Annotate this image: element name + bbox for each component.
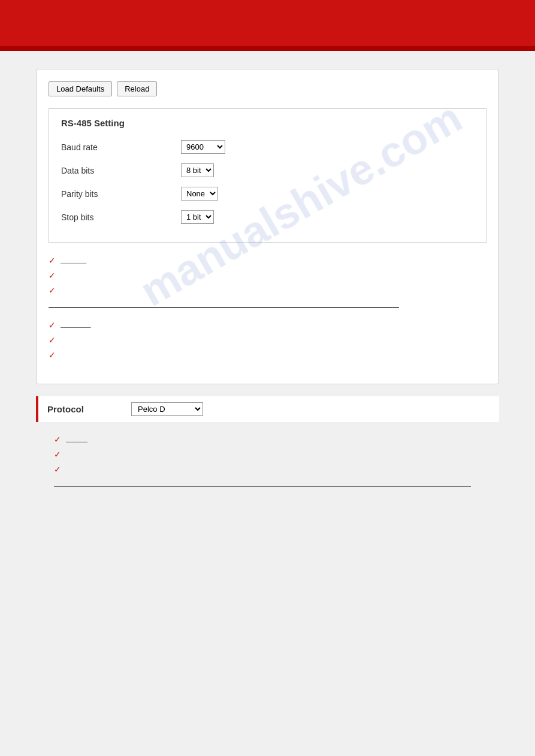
protocol-select[interactable]: Pelco D Pelco P Samsung Lilin Fastrax II — [131, 402, 203, 416]
check-text-7 — [66, 434, 87, 443]
baud-rate-select[interactable]: 1200 2400 4800 9600 19200 38400 57600 11… — [181, 140, 225, 154]
check-text-1 — [61, 255, 86, 264]
check-text-3 — [61, 285, 63, 294]
parity-bits-row: Parity bits None Odd Even — [61, 187, 474, 201]
main-content: Load Defaults Reload RS-485 Setting Baud… — [0, 51, 535, 517]
checklist-group2: ✓ ✓ ✓ — [49, 320, 486, 360]
list-item: ✓ — [54, 434, 499, 444]
check-icon-2: ✓ — [49, 271, 56, 280]
checklist-group1: ✓ ✓ ✓ — [49, 255, 486, 295]
baud-rate-row: Baud rate 1200 2400 4800 9600 19200 3840… — [61, 140, 474, 154]
list-item: ✓ — [49, 255, 486, 265]
check-text-2 — [61, 270, 63, 279]
check-icon-7: ✓ — [54, 435, 61, 444]
reload-button[interactable]: Reload — [117, 81, 157, 96]
list-item: ✓ — [54, 464, 499, 474]
data-bits-control: 7 bit 8 bit — [181, 163, 214, 177]
list-item: ✓ — [54, 449, 499, 459]
data-bits-select[interactable]: 7 bit 8 bit — [181, 163, 214, 177]
parity-bits-control: None Odd Even — [181, 187, 218, 201]
header-banner — [0, 0, 535, 51]
rs485-section: RS-485 Setting Baud rate 1200 2400 4800 … — [49, 108, 486, 243]
protocol-section: Protocol Pelco D Pelco P Samsung Lilin F… — [36, 396, 499, 422]
stop-bits-row: Stop bits 1 bit 2 bit — [61, 210, 474, 224]
check-icon-3: ✓ — [49, 286, 56, 295]
main-panel: Load Defaults Reload RS-485 Setting Baud… — [36, 69, 499, 384]
list-item: ✓ — [49, 270, 486, 280]
check-icon-8: ✓ — [54, 450, 61, 459]
protocol-label: Protocol — [47, 404, 119, 414]
check-icon-9: ✓ — [54, 464, 61, 474]
stop-bits-select[interactable]: 1 bit 2 bit — [181, 210, 214, 224]
divider-1 — [49, 307, 399, 308]
check-text-6 — [61, 350, 63, 359]
stop-bits-control: 1 bit 2 bit — [181, 210, 214, 224]
data-bits-row: Data bits 7 bit 8 bit — [61, 163, 474, 177]
checklist-group3: ✓ ✓ ✓ — [36, 434, 499, 474]
check-icon-1: ✓ — [49, 256, 56, 265]
check-icon-5: ✓ — [49, 335, 56, 345]
parity-bits-select[interactable]: None Odd Even — [181, 187, 218, 201]
bottom-divider — [54, 486, 471, 487]
check-text-5 — [61, 335, 63, 344]
list-item: ✓ — [49, 320, 486, 330]
check-text-9 — [66, 464, 68, 473]
list-item: ✓ — [49, 350, 486, 360]
baud-rate-label: Baud rate — [61, 142, 181, 152]
check-icon-4: ✓ — [49, 320, 56, 330]
check-text-4 — [61, 320, 91, 329]
stop-bits-label: Stop bits — [61, 212, 181, 222]
list-item: ✓ — [49, 285, 486, 295]
load-defaults-button[interactable]: Load Defaults — [49, 81, 112, 96]
check-icon-6: ✓ — [49, 350, 56, 360]
list-item: ✓ — [49, 335, 486, 345]
parity-bits-label: Parity bits — [61, 189, 181, 199]
data-bits-label: Data bits — [61, 166, 181, 175]
check-text-8 — [66, 449, 68, 458]
baud-rate-control: 1200 2400 4800 9600 19200 38400 57600 11… — [181, 140, 225, 154]
rs485-title: RS-485 Setting — [61, 118, 474, 128]
toolbar: Load Defaults Reload — [49, 81, 486, 96]
